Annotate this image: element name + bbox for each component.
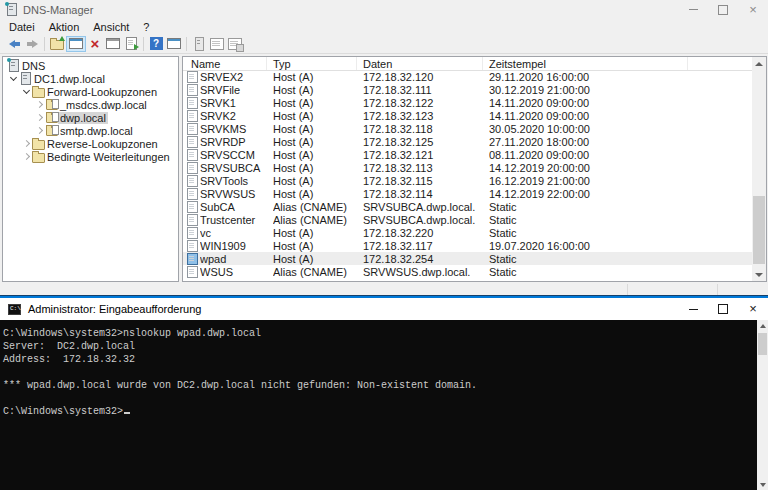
console-scrollbar[interactable] — [757, 320, 768, 490]
server-toolbar-icon[interactable] — [190, 36, 208, 52]
record-data: 172.18.32.220 — [363, 227, 489, 239]
up-one-level-icon[interactable] — [48, 36, 66, 52]
menu-datei[interactable]: Datei — [2, 19, 42, 34]
cmd-title-bar[interactable]: C:\ Administrator: Eingabeaufforderung × — [0, 298, 768, 320]
chevron-collapsed-icon[interactable] — [33, 116, 45, 120]
cmd-app-icon: C:\ — [8, 304, 21, 315]
tree-item-msdcs-dwp-local[interactable]: _msdcs.dwp.local — [3, 98, 178, 111]
minimize-button[interactable] — [678, 298, 708, 320]
column-header-zeitstempel[interactable]: Zeitstempel — [483, 57, 688, 70]
scroll-up-icon[interactable] — [757, 320, 768, 331]
record-type: Host (A) — [273, 149, 363, 161]
record-icon — [183, 240, 200, 252]
table-row-srvwsus[interactable]: SRVWSUSHost (A)172.18.32.11414.12.2019 2… — [183, 187, 752, 200]
scrollbar-thumb[interactable] — [753, 196, 765, 264]
record-name: SRVSUBCA — [200, 162, 273, 174]
chevron-expanded-icon[interactable] — [7, 77, 19, 80]
status-divider — [627, 284, 628, 295]
forward-icon[interactable] — [23, 36, 41, 52]
table-row-win1909[interactable]: WIN1909Host (A)172.18.32.11719.07.2020 1… — [183, 239, 752, 252]
column-header-name[interactable]: Name — [183, 57, 267, 70]
table-row-srvfile[interactable]: SRVFileHost (A)172.18.32.11130.12.2019 2… — [183, 83, 752, 96]
list-scrollbar[interactable] — [752, 57, 766, 281]
table-row-wsus[interactable]: WSUSAlias (CNAME)SRVWSUS.dwp.local.Stati… — [183, 265, 752, 278]
chevron-collapsed-icon[interactable] — [20, 155, 32, 159]
tree-item-reverse-lookupzonen[interactable]: Reverse-Lookupzonen — [3, 137, 178, 150]
tree-item-forward-lookupzonen[interactable]: Forward-Lookupzonen — [3, 85, 178, 98]
minimize-icon — [689, 9, 698, 10]
tree: DNSDC1.dwp.localForward-Lookupzonen_msdc… — [3, 57, 178, 163]
window-controls: × — [678, 0, 768, 19]
record-data: 172.18.32.115 — [363, 175, 489, 187]
console-line: C:\Windows\system32>nslookup wpad.dwp.lo… — [3, 327, 757, 340]
maximize-button[interactable] — [708, 0, 738, 19]
record-name: SRVK1 — [200, 97, 273, 109]
record-data: SRVWSUS.dwp.local. — [363, 266, 489, 278]
console-line — [3, 392, 757, 405]
zone-icon — [45, 125, 58, 136]
minimize-button[interactable] — [678, 0, 708, 19]
menu-aktion[interactable]: Aktion — [42, 19, 87, 34]
cmd-window-title: Administrator: Eingabeaufforderung — [28, 303, 201, 315]
table-row-subca[interactable]: SubCAAlias (CNAME)SRVSUBCA.dwp.local.Sta… — [183, 200, 752, 213]
table-row-srvsubca[interactable]: SRVSUBCAHost (A)172.18.32.11314.12.2019 … — [183, 161, 752, 174]
copy-list-toolbar-icon[interactable] — [226, 36, 244, 52]
record-icon — [183, 253, 200, 265]
table-row-srvtools[interactable]: SRVToolsHost (A)172.18.32.11516.12.2019 … — [183, 174, 752, 187]
close-button[interactable]: × — [738, 298, 768, 320]
record-type: Host (A) — [273, 136, 363, 148]
record-name: SRVK2 — [200, 110, 273, 122]
table-row-srvex2[interactable]: SRVEX2Host (A)172.18.32.12029.11.2020 16… — [183, 70, 752, 83]
record-timestamp: 30.05.2020 10:00:00 — [489, 123, 752, 135]
chevron-collapsed-icon[interactable] — [33, 103, 45, 107]
record-type: Alias (CNAME) — [273, 201, 363, 213]
window-list-icon[interactable] — [165, 36, 183, 52]
maximize-button[interactable] — [708, 298, 738, 320]
dns-title-bar[interactable]: DNS-Manager × — [0, 0, 768, 19]
close-button[interactable]: × — [738, 0, 768, 19]
scroll-up-icon[interactable] — [752, 57, 766, 70]
record-name: SRVRDP — [200, 136, 273, 148]
tree-item-dwp-local[interactable]: dwp.local — [3, 111, 178, 124]
table-row-srvrdp[interactable]: SRVRDPHost (A)172.18.32.12527.11.2020 18… — [183, 135, 752, 148]
record-name: SRVFile — [200, 84, 273, 96]
console-output[interactable]: C:\Windows\system32>nslookup wpad.dwp.lo… — [0, 320, 757, 490]
export-list-icon[interactable] — [122, 36, 140, 52]
help-icon[interactable]: ? — [147, 36, 165, 52]
table-row-srvkms[interactable]: SRVKMSHost (A)172.18.32.11830.05.2020 10… — [183, 122, 752, 135]
tree-item-dns[interactable]: DNS — [3, 59, 178, 72]
menu-ansicht[interactable]: Ansicht — [86, 19, 136, 34]
tree-item-dc1-dwp-local[interactable]: DC1.dwp.local — [3, 72, 178, 85]
tree-item-label: DNS — [20, 60, 47, 72]
record-icon — [183, 123, 200, 135]
record-timestamp: Static — [489, 201, 752, 213]
chevron-collapsed-icon[interactable] — [33, 129, 45, 133]
chevron-collapsed-icon[interactable] — [20, 142, 32, 146]
scrollbar-thumb[interactable] — [758, 333, 767, 355]
table-row-srvk1[interactable]: SRVK1Host (A)172.18.32.12214.11.2020 09:… — [183, 96, 752, 109]
scroll-down-icon[interactable] — [752, 268, 766, 281]
table-row-vc[interactable]: vcHost (A)172.18.32.220Static — [183, 226, 752, 239]
column-header-daten[interactable]: Daten — [357, 57, 483, 70]
chevron-expanded-icon[interactable] — [20, 90, 32, 93]
record-type: Host (A) — [273, 162, 363, 174]
scroll-down-icon[interactable] — [757, 479, 768, 490]
server-icon — [19, 72, 32, 85]
menu-help[interactable]: ? — [136, 19, 156, 34]
table-row-wpad[interactable]: wpadHost (A)172.18.32.254Static — [183, 252, 752, 265]
delete-icon[interactable]: × — [86, 36, 104, 52]
zone-icon — [45, 99, 58, 110]
table-row-srvk2[interactable]: SRVK2Host (A)172.18.32.12314.11.2020 09:… — [183, 109, 752, 122]
show-console-tree-icon[interactable] — [66, 36, 86, 52]
table-row-trustcenter[interactable]: TrustcenterAlias (CNAME)SRVSUBCA.dwp.loc… — [183, 213, 752, 226]
record-icon — [183, 227, 200, 239]
back-icon[interactable] — [5, 36, 23, 52]
table-row-srvsccm[interactable]: SRVSCCMHost (A)172.18.32.12108.11.2020 0… — [183, 148, 752, 161]
tree-item-bedingte-weiterleitungen[interactable]: Bedingte Weiterleitungen — [3, 150, 178, 163]
list-toolbar-icon[interactable] — [208, 36, 226, 52]
properties-icon[interactable] — [104, 36, 122, 52]
column-header-typ[interactable]: Typ — [267, 57, 357, 70]
tree-item-smtp-dwp-local[interactable]: smtp.dwp.local — [3, 124, 178, 137]
record-data: 172.18.32.121 — [363, 149, 489, 161]
record-icon — [183, 110, 200, 122]
